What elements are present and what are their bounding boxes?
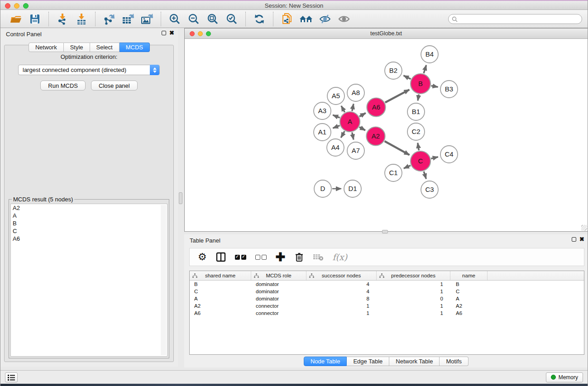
- graph-node-A2[interactable]: A2: [367, 127, 385, 146]
- tab-select[interactable]: Select: [90, 43, 120, 52]
- graph-node-C2[interactable]: C2: [407, 123, 425, 140]
- table-cell[interactable]: A: [450, 296, 488, 301]
- graph-node-A5[interactable]: A5: [327, 87, 344, 105]
- import-table-button[interactable]: [73, 12, 90, 26]
- add-column-button[interactable]: ✚: [276, 251, 286, 263]
- graph-edge-A2-C[interactable]: [385, 141, 410, 155]
- float-table-panel-icon[interactable]: [572, 237, 576, 242]
- show-columns-button[interactable]: [216, 251, 226, 263]
- new-network-from-selection-button[interactable]: [279, 12, 295, 26]
- export-network-button[interactable]: [101, 12, 117, 26]
- zoom-fit-button[interactable]: [205, 12, 221, 26]
- optimization-criterion-dropdown[interactable]: largest connected component (directed): [18, 65, 160, 75]
- graph-edge-C-C3[interactable]: [424, 172, 426, 179]
- tab-mcds[interactable]: MCDS: [120, 43, 150, 52]
- table-cell[interactable]: connector: [251, 310, 306, 316]
- houses-button[interactable]: [298, 12, 314, 26]
- graph-node-A3[interactable]: A3: [314, 102, 331, 119]
- graph-node-A8[interactable]: A8: [347, 84, 364, 101]
- memory-button[interactable]: Memory: [546, 372, 583, 382]
- close-panel-button[interactable]: Close panel: [91, 81, 138, 91]
- table-row[interactable]: A6connector11A6: [190, 310, 584, 317]
- table-cell[interactable]: 1: [306, 303, 377, 309]
- tab-edge-table[interactable]: Edge Table: [347, 357, 389, 366]
- deselect-all-button[interactable]: [255, 251, 267, 263]
- table-row[interactable]: A2connector11A2: [190, 302, 584, 310]
- horizontal-split-grip[interactable]: [382, 230, 388, 234]
- table-cell[interactable]: dominator: [251, 296, 306, 301]
- delete-table-button[interactable]: [313, 251, 324, 263]
- table-cell[interactable]: A2: [190, 303, 251, 309]
- table-cell[interactable]: dominator: [251, 289, 306, 294]
- float-panel-icon[interactable]: [162, 31, 166, 35]
- graph-edge-A-A8[interactable]: [352, 104, 354, 111]
- table-settings-button[interactable]: ⚙: [198, 251, 207, 263]
- graph-node-C1[interactable]: C1: [385, 164, 402, 181]
- graph-edge-B-B1[interactable]: [418, 95, 419, 101]
- table-row[interactable]: Bdominator41B: [190, 281, 584, 288]
- graph-node-B3[interactable]: B3: [440, 81, 458, 98]
- table-cell[interactable]: 4: [306, 289, 377, 294]
- graph-node-C[interactable]: C: [411, 151, 430, 171]
- tab-network[interactable]: Network: [29, 43, 64, 52]
- zoom-selected-button[interactable]: [224, 12, 240, 26]
- delete-column-button[interactable]: [295, 251, 304, 263]
- run-mcds-button[interactable]: Run MCDS: [40, 81, 86, 91]
- function-builder-button[interactable]: f(x): [333, 251, 348, 263]
- table-cell[interactable]: 8: [306, 296, 377, 301]
- graph-node-A4[interactable]: A4: [327, 139, 344, 156]
- mcds-result-item[interactable]: C: [11, 227, 167, 235]
- mcds-result-item[interactable]: A6: [11, 235, 167, 243]
- graph-node-D[interactable]: D: [314, 180, 331, 197]
- table-cell[interactable]: A: [190, 296, 251, 301]
- table-cell[interactable]: 4: [306, 281, 377, 287]
- zoom-out-button[interactable]: [186, 12, 202, 26]
- eye-button[interactable]: [336, 12, 352, 26]
- slashed-eye-button[interactable]: [317, 12, 333, 26]
- graph-edge-A-A7[interactable]: [352, 133, 354, 140]
- table-row[interactable]: Cdominator41C: [190, 288, 584, 295]
- refresh-button[interactable]: [251, 12, 268, 26]
- column-header-mcds-role[interactable]: MCDS role: [251, 271, 306, 280]
- column-header-shared-name[interactable]: shared name: [190, 271, 251, 280]
- table-cell[interactable]: connector: [251, 303, 306, 309]
- table-cell[interactable]: A2: [450, 303, 488, 309]
- column-header-name[interactable]: name: [450, 271, 488, 280]
- graph-edge-A-A6[interactable]: [359, 113, 366, 117]
- graph-edge-B-B3[interactable]: [431, 86, 438, 87]
- export-table-button[interactable]: [120, 12, 136, 26]
- tab-node-table[interactable]: Node Table: [304, 357, 347, 366]
- table-cell[interactable]: C: [450, 289, 488, 294]
- graph-edge-A6-B[interactable]: [385, 90, 409, 102]
- open-session-button[interactable]: [8, 12, 24, 26]
- mcds-result-list[interactable]: A2ABCA6: [10, 204, 167, 357]
- zoom-in-button[interactable]: [167, 12, 183, 26]
- table-cell[interactable]: B: [450, 281, 488, 287]
- graph-node-C3[interactable]: C3: [421, 181, 438, 198]
- graph-edge-C-C4[interactable]: [431, 157, 438, 159]
- graph-node-A[interactable]: A: [340, 112, 360, 132]
- graph-node-C4[interactable]: C4: [440, 146, 458, 163]
- close-panel-icon[interactable]: ✖: [169, 31, 174, 35]
- tab-style[interactable]: Style: [64, 43, 90, 52]
- graph-node-A6[interactable]: A6: [367, 98, 386, 117]
- graph-edge-A-A5[interactable]: [341, 106, 345, 112]
- graph-node-A1[interactable]: A1: [314, 124, 331, 141]
- graph-edge-C-C2[interactable]: [418, 143, 419, 151]
- graph-edge-A-A4[interactable]: [341, 131, 344, 138]
- graph-edge-A-A3[interactable]: [333, 115, 339, 118]
- graph-edge-C-C1[interactable]: [404, 166, 411, 169]
- select-all-button[interactable]: [235, 251, 246, 263]
- graph-node-B2[interactable]: B2: [385, 62, 402, 79]
- tab-motifs[interactable]: Motifs: [440, 357, 468, 366]
- save-session-button[interactable]: [27, 12, 43, 26]
- graph-edge-B-B4[interactable]: [424, 65, 426, 73]
- column-header-predecessor-nodes[interactable]: predecessor nodes: [377, 271, 450, 280]
- graph-edge-A-A1[interactable]: [333, 125, 339, 128]
- graph-node-B[interactable]: B: [411, 74, 430, 94]
- graph-edge-B-B2[interactable]: [404, 76, 411, 79]
- network-canvas[interactable]: ABCA6A2A1A3A4A5A7A8B1B2B3B4C1C2C3C4DD1: [185, 39, 588, 231]
- table-row[interactable]: Adominator80A: [190, 295, 584, 302]
- column-header-successor-nodes[interactable]: successor nodes: [306, 271, 377, 280]
- network-graph[interactable]: ABCA6A2A1A3A4A5A7A8B1B2B3B4C1C2C3C4DD1: [185, 39, 588, 231]
